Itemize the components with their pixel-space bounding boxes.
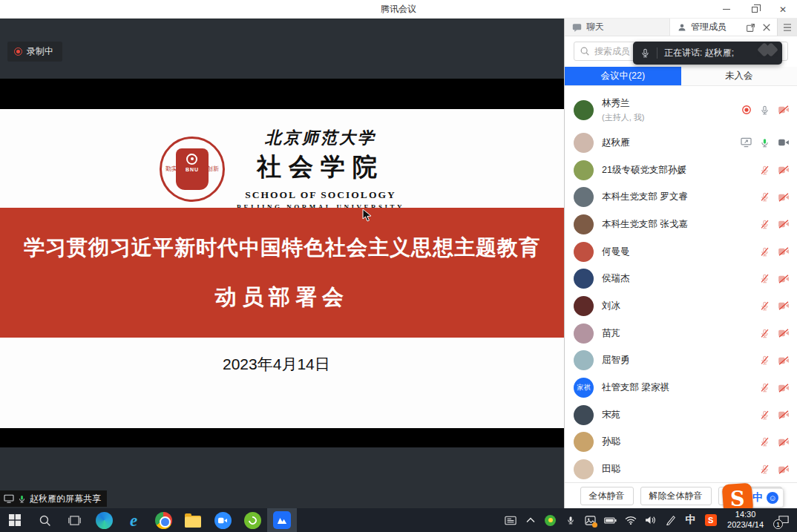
tab-manage-members[interactable]: 管理成员: [670, 19, 777, 36]
avatar: [574, 459, 594, 479]
ime-language-indicator[interactable]: 中: [752, 491, 763, 505]
action-center-button[interactable]: 1: [770, 508, 797, 532]
taskbar-search-button[interactable]: [30, 508, 59, 532]
cam-muted-icon[interactable]: [778, 105, 790, 114]
start-button[interactable]: [0, 508, 30, 532]
ime-mode-indicator[interactable]: 中: [680, 508, 701, 532]
participant-row[interactable]: 本科生党支部 张戈嘉: [565, 211, 797, 238]
participant-name: 本科生党支部 张戈嘉: [602, 218, 688, 231]
mic-muted-icon[interactable]: [760, 246, 770, 257]
record-icon[interactable]: [741, 105, 752, 115]
cam-muted-icon[interactable]: [778, 438, 790, 447]
participant-controls: [760, 301, 790, 312]
tray-pen[interactable]: [660, 508, 680, 532]
tray-wifi[interactable]: [620, 508, 640, 532]
participant-name: 刘冰: [602, 300, 620, 312]
participant-row[interactable]: 21级专硕党支部孙媛: [565, 157, 797, 184]
screen-share-icon[interactable]: [741, 137, 752, 148]
slide-date: 2023年4月14日: [0, 354, 553, 375]
participant-row[interactable]: 田聪: [565, 456, 797, 482]
cam-muted-icon[interactable]: [778, 356, 790, 365]
participant-row[interactable]: 苗芃: [565, 320, 797, 347]
emoji-ime-icon[interactable]: ☺: [767, 492, 778, 504]
mic-muted-icon[interactable]: [760, 464, 770, 475]
tray-microphone[interactable]: [560, 508, 580, 532]
banner-line2: 动员部署会: [215, 283, 349, 312]
participant-row[interactable]: 何曼曼: [565, 238, 797, 266]
taskbar-tencent-meeting[interactable]: [267, 508, 297, 532]
close-button[interactable]: ✕: [769, 0, 797, 19]
clock-time: 14:30: [735, 510, 756, 520]
cam-muted-icon[interactable]: [778, 193, 790, 202]
mic-muted-icon[interactable]: [760, 382, 770, 393]
mic-on-icon[interactable]: [760, 105, 770, 116]
tab-chat[interactable]: 聊天: [565, 19, 670, 36]
university-logo: 勤实 创新 BNU 北京师范大学 社会学院 SCHOOL OF SOCIOLOG…: [0, 127, 564, 211]
cam-muted-icon[interactable]: [778, 410, 790, 419]
cam-on-icon[interactable]: [778, 138, 790, 147]
participant-controls: [760, 436, 790, 447]
participant-row[interactable]: 宋苑: [565, 401, 797, 429]
participant-row[interactable]: 刘冰: [565, 292, 797, 320]
tray-battery[interactable]: [600, 508, 620, 532]
cam-muted-icon[interactable]: [778, 165, 790, 174]
cam-muted-icon[interactable]: [778, 275, 790, 283]
sidebar-menu-button[interactable]: [777, 19, 797, 36]
tab-not-joined[interactable]: 未入会: [681, 67, 797, 85]
participant-name: 侯瑞杰: [602, 272, 630, 285]
participant-controls: [760, 355, 790, 366]
taskbar-clock[interactable]: 14:30 2023/4/14: [721, 508, 770, 532]
window-controls: ✕: [712, 0, 797, 19]
mic-muted-icon[interactable]: [760, 191, 770, 203]
participant-text: 宋苑: [602, 409, 620, 421]
cam-muted-icon[interactable]: [778, 220, 790, 229]
taskbar-edge[interactable]: [89, 508, 119, 532]
taskbar-ie[interactable]: e: [119, 508, 148, 532]
cam-muted-icon[interactable]: [778, 329, 790, 338]
taskbar-360-browser[interactable]: [237, 508, 267, 532]
news-widget-button[interactable]: [500, 508, 520, 532]
close-panel-icon[interactable]: [762, 23, 771, 32]
cam-muted-icon[interactable]: [778, 465, 790, 474]
cam-muted-icon[interactable]: [778, 247, 790, 256]
cam-muted-icon[interactable]: [778, 384, 790, 393]
participant-name: 屈智勇: [602, 354, 630, 367]
restore-button[interactable]: [741, 0, 769, 19]
mic-muted-icon[interactable]: [760, 328, 770, 339]
tray-volume[interactable]: [640, 508, 660, 532]
participant-row[interactable]: 屈智勇: [565, 347, 797, 375]
mic-muted-icon[interactable]: [760, 355, 770, 366]
taskbar-explorer[interactable]: [178, 508, 208, 532]
unmute-all-button[interactable]: 解除全体静音: [640, 487, 712, 505]
popout-icon[interactable]: [746, 23, 755, 33]
mic-muted-icon[interactable]: [760, 165, 770, 176]
cam-muted-icon[interactable]: [778, 301, 790, 310]
task-view-button[interactable]: [59, 508, 89, 532]
mic-muted-icon[interactable]: [760, 301, 770, 312]
university-name-cn: 北京师范大学: [265, 127, 376, 149]
tray-360-safe[interactable]: [540, 508, 560, 532]
mic-muted-icon[interactable]: [760, 410, 770, 421]
taskbar-chrome[interactable]: [148, 508, 178, 532]
tray-expand-button[interactable]: [520, 508, 540, 532]
tray-photos[interactable]: [580, 508, 600, 532]
window-title: 腾讯会议: [381, 3, 416, 16]
mute-all-button[interactable]: 全体静音: [580, 487, 634, 505]
participant-row[interactable]: 赵秋雁: [565, 129, 797, 157]
participant-controls: [760, 273, 790, 284]
tray-sogou[interactable]: S: [701, 508, 721, 532]
mic-active-icon[interactable]: [760, 137, 770, 148]
mic-muted-icon[interactable]: [760, 219, 770, 230]
participant-row[interactable]: 家祺社管支部 梁家祺: [565, 374, 797, 401]
minimize-button[interactable]: [712, 0, 741, 19]
participant-row[interactable]: 林秀兰(主持人, 我): [565, 91, 797, 129]
participant-row[interactable]: 孙聪: [565, 429, 797, 456]
taskbar-zoom[interactable]: [208, 508, 237, 532]
task-view-icon: [68, 515, 81, 526]
participant-row[interactable]: 本科生党支部 罗文睿: [565, 183, 797, 211]
speaker-icon: [645, 516, 656, 525]
mic-muted-icon[interactable]: [760, 273, 770, 284]
mic-muted-icon[interactable]: [760, 436, 770, 447]
tab-in-meeting[interactable]: 会议中(22): [565, 67, 681, 85]
participant-row[interactable]: 侯瑞杰: [565, 265, 797, 292]
